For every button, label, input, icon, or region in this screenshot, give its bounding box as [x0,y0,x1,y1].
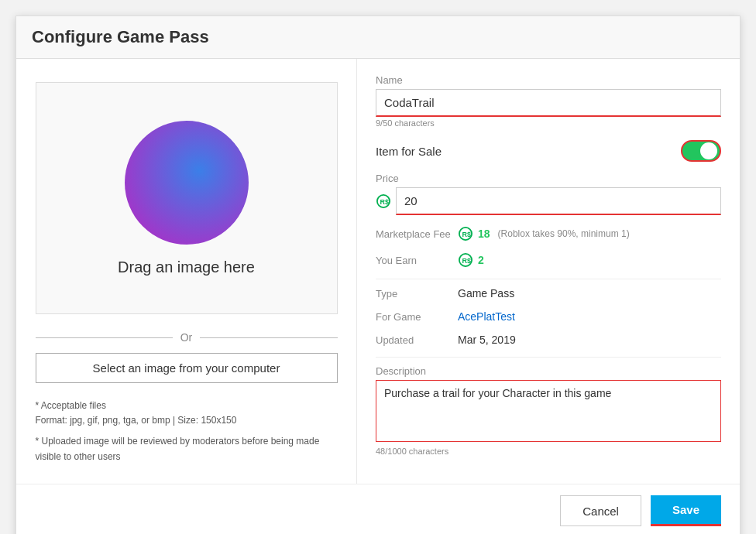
svg-text:R$: R$ [380,198,390,206]
marketplace-fee-row: Marketplace Fee R$ 18 (Roblox takes 90%,… [376,226,721,241]
left-panel: Drag an image here Or Select an image fr… [16,59,357,484]
name-input[interactable] [376,89,721,117]
divider-2 [376,357,721,358]
name-char-count: 9/50 characters [376,118,721,128]
save-button[interactable]: Save [651,495,721,526]
description-field-group: Description 48/1000 characters [376,365,721,456]
you-earn-robux-icon: R$ [458,252,473,268]
item-for-sale-row: Item for Sale [376,140,721,162]
marketplace-robux-icon: R$ [458,226,473,241]
cancel-button[interactable]: Cancel [560,495,641,526]
svg-text:R$: R$ [462,257,472,265]
item-for-sale-label: Item for Sale [376,145,442,158]
price-robux-icon: R$ [376,193,391,209]
toggle-thumb [700,142,717,159]
you-earn-label: You Earn [376,255,453,266]
description-textarea[interactable] [376,380,721,442]
updated-row: Updated Mar 5, 2019 [376,334,721,346]
name-field-group: Name 9/50 characters [376,74,721,128]
image-preview-area[interactable]: Drag an image here [36,82,338,314]
for-game-value[interactable]: AcePlatTest [458,310,515,323]
name-label: Name [376,74,721,86]
description-char-count: 48/1000 characters [376,447,721,456]
configure-game-pass-dialog: Configure Game Pass Drag an image here O… [15,15,741,534]
drag-text: Drag an image here [118,258,255,276]
dialog-footer: Cancel Save [16,484,740,534]
type-row: Type Game Pass [376,287,721,300]
dialog-body: Drag an image here Or Select an image fr… [16,59,740,484]
description-label: Description [376,365,721,377]
divider-1 [376,279,721,279]
marketplace-fee-label: Marketplace Fee [376,228,453,240]
or-divider: Or [36,331,338,344]
price-row: R$ [376,187,721,215]
price-label: Price [376,173,721,184]
marketplace-fee-note: (Roblox takes 90%, minimum 1) [498,228,630,239]
item-for-sale-toggle[interactable] [681,140,721,162]
marketplace-fee-value: 18 [478,228,490,240]
select-image-button[interactable]: Select an image from your computer [36,353,338,383]
price-field-section: Price R$ [376,173,721,215]
toggle-track [681,140,721,162]
dialog-title: Configure Game Pass [32,27,724,47]
right-panel: Name 9/50 characters Item for Sale Price [357,59,740,484]
type-value: Game Pass [458,287,514,300]
or-label: Or [180,331,193,344]
preview-image [125,121,249,245]
you-earn-row: You Earn R$ 2 [376,252,721,268]
for-game-row: For Game AcePlatTest [376,310,721,323]
price-input[interactable] [396,187,721,215]
acceptable-files-label: * Acceptable files Format: jpg, gif, png… [36,399,338,428]
moderator-note: * Uploaded image will be reviewed by mod… [36,434,338,464]
you-earn-value: 2 [478,254,484,266]
updated-value: Mar 5, 2019 [458,334,516,346]
type-label: Type [376,288,453,300]
file-info: * Acceptable files Format: jpg, gif, png… [36,399,338,464]
for-game-label: For Game [376,311,453,323]
dialog-header: Configure Game Pass [16,16,740,59]
updated-label: Updated [376,334,453,346]
svg-text:R$: R$ [462,231,472,238]
